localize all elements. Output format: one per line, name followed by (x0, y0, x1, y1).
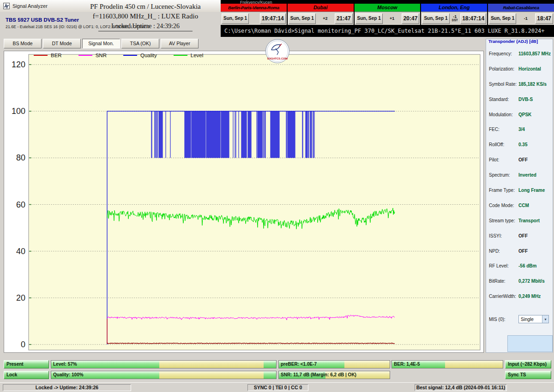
tp-label: NPD: (489, 249, 518, 254)
snr-progress-bar: SNR: 11,7 dB (Margin: 6,2 dB | OK) (278, 371, 390, 379)
clock-col-rabat-casablanca: Rabat-CasablancaSun, Sep 1-118:47 (488, 4, 554, 25)
clock-city-name: London, Eng (421, 4, 487, 12)
quality-progress-bar: Quality: 100% (51, 371, 277, 379)
present-indicator: Present (4, 360, 49, 368)
signal-chart: 020406080100120 (4, 51, 483, 352)
tp-value: -56 dBm (518, 263, 552, 268)
statusbar-best-signal: Best signal: 12,4 dB (2024-09-01 16:11) (415, 384, 507, 391)
chevron-down-icon: ▾ (542, 315, 548, 323)
tab-dt-mode[interactable]: DT Mode (43, 39, 81, 48)
clock-city-name: Rabat-Casablanca (488, 4, 554, 12)
clock-col-berlin-paris-vienna-roma: Berlin-Paris-Vienna-RomaSun, Sep 119:47:… (221, 4, 287, 25)
clock-col-dubai: DubaiSun, Sep 1+221:47 (288, 4, 354, 25)
clock-date: Sun, Sep 1 (289, 13, 316, 24)
statusbar-lock-uptime: Locked -> Uptime: 24:39:26 (3, 384, 131, 391)
progress-rest (159, 371, 264, 379)
offset-value: +1 (390, 17, 394, 21)
clock-utc-offset: -1DST (452, 15, 458, 22)
tp-row-npd: NPD:OFF (489, 244, 552, 259)
svg-text:120: 120 (12, 60, 25, 69)
tp-value: Horizontal (518, 66, 552, 71)
tp-value: OFF (518, 157, 552, 162)
clock-date: Sun, Sep 1 (489, 13, 516, 24)
progress-cap (264, 361, 276, 368)
clock-city-name: Berlin-Paris-Vienna-Roma (221, 4, 287, 12)
tp-label: Spectrum: (489, 172, 518, 178)
tp-value: 185,182 KS/s (518, 82, 552, 87)
tp-label: RF Level: (489, 263, 518, 268)
clock-date: Sun, Sep 1 (355, 13, 383, 24)
sync-ts-indicator: Sync TS (505, 371, 551, 379)
dxsatcs-logo: DXSATCS.COM (265, 39, 290, 64)
svg-text:80: 80 (16, 153, 25, 162)
ber-progress-text: BER: 1,4E-5 (394, 361, 420, 368)
preber-progress-text: preBER: <1.0E-7 (281, 361, 317, 368)
tp-value: Transport (518, 218, 552, 223)
tp-row-polarization: Polarization:Horizontal (489, 61, 552, 77)
legend-label: SNR (96, 53, 107, 58)
mis-select[interactable]: Single ▾ (518, 315, 549, 323)
mis-row: MIS (0): Single ▾ (489, 315, 551, 323)
tab-av-player[interactable]: AV Player (161, 39, 199, 48)
tp-row-frame-type: Frame Type:Long Frame (489, 183, 552, 198)
tab-bs-mode[interactable]: BS Mode (4, 39, 42, 48)
svg-text:20: 20 (16, 293, 25, 303)
tab-signal-mon[interactable]: Signal Mon. (82, 39, 120, 48)
mis-label: MIS (0): (489, 317, 518, 322)
tp-value: Inverted (518, 172, 552, 178)
tp-row-bitrate: BitRate:0,272 Mbit/s (489, 273, 552, 289)
site-dish-location: PF Prodelin 450 cm / Lucenec-Slovakia (69, 3, 222, 11)
clock-utc-offset: +2 (323, 17, 327, 21)
transponder-header: Transponder (ADJ) [dB] (486, 39, 553, 44)
offset-dst-label: DST (452, 19, 458, 22)
svg-text:0: 0 (21, 340, 25, 349)
preber-progress-bar: preBER: <1.0E-7 (278, 360, 390, 368)
level-progress-bar: Level: 57% (51, 360, 277, 368)
legend-label: Quality (140, 53, 157, 58)
quality-progress-text: Quality: 100% (53, 371, 84, 379)
progress-cap (264, 371, 276, 379)
tp-row-standard: Standard:DVB-S (489, 92, 552, 107)
clock-city-name: Moscow (355, 4, 421, 12)
transponder-rows: Frequency:11603,857 MHzPolarization:Hori… (489, 46, 552, 304)
tp-label: Polarization: (489, 66, 518, 71)
tp-row-rolloff: RollOff:0.35 (489, 137, 552, 152)
level-progress-text: Level: 57% (53, 361, 77, 368)
clock-columns: Berlin-Paris-Vienna-RomaSun, Sep 119:47:… (221, 4, 554, 25)
tp-row-spectrum: Spectrum:Inverted (489, 167, 552, 183)
clock-time: 18:47 (535, 13, 553, 24)
legend-swatch (78, 55, 92, 56)
locked-uptime-header: Locked Uptime : 24:39:26 (98, 23, 193, 31)
signal-chart-panel: 020406080100120 BERSNRQualityLevel (4, 51, 484, 353)
tp-row-issyi: ISSYI:OFF (489, 228, 552, 244)
tp-row-symbol-rate: Symbol Rate:185,182 KS/s (489, 77, 552, 92)
tab-tsa-ok[interactable]: TSA (OK) (121, 39, 159, 48)
tp-value: 0.35 (518, 142, 552, 147)
legend-item-ber: BER (34, 53, 62, 58)
lock-indicator: Lock (4, 371, 49, 379)
tp-value: Long Frame (518, 188, 552, 193)
clock-window-title-fragment: Frekvency/Kucen (221, 0, 554, 4)
tp-label: ISSYI: (489, 233, 518, 238)
input-rate-indicator: Input (~282 Kbps) (505, 360, 551, 368)
progress-rest (344, 361, 390, 368)
tp-row-modulation: Modulation:QPSK (489, 107, 552, 122)
tp-label: Pilot: (489, 157, 518, 162)
legend-label: BER (51, 53, 62, 58)
tp-row-frequency: Frequency:11603,857 MHz (489, 46, 552, 61)
tp-label: Frequency: (489, 51, 518, 56)
legend-label: Level (191, 53, 204, 58)
tp-label: Symbol Rate: (489, 82, 518, 87)
logo-text: DXSATCS.COM (267, 57, 288, 60)
tp-value: 3/4 (518, 127, 552, 132)
tp-label: BitRate: (489, 279, 518, 284)
legend-item-quality: Quality (123, 53, 157, 58)
clock-col-london-eng: London, EngSun, Sep 1-1DST18:47:14 (421, 4, 487, 25)
world-clock-panel: Frekvency/Kucen Berlin-Paris-Vienna-Roma… (221, 0, 554, 25)
svg-text:100: 100 (12, 107, 25, 116)
side-footer-box (507, 335, 553, 352)
terminal-window[interactable]: C:\Users\Roman Dávid>Signal monitoring_P… (221, 25, 554, 37)
mis-selected-value: Single (521, 317, 534, 322)
tp-row-pilot: Pilot:OFF (489, 152, 552, 167)
offset-value: +2 (323, 17, 327, 21)
